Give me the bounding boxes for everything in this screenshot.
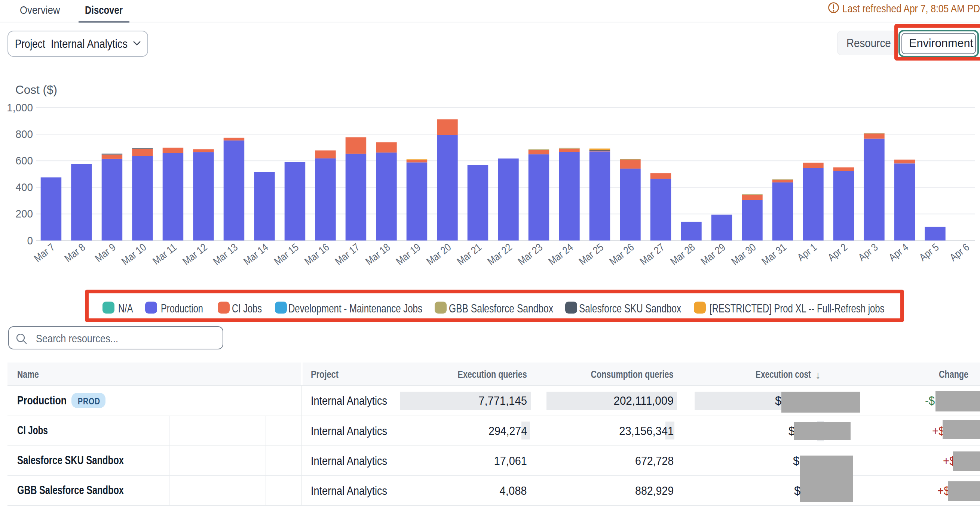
svg-text:Apr 3: Apr 3	[856, 241, 880, 263]
svg-text:Mar 11: Mar 11	[150, 241, 179, 267]
svg-text:Mar 22: Mar 22	[485, 241, 514, 268]
svg-text:Mar 24: Mar 24	[546, 241, 575, 268]
svg-text:Apr 2: Apr 2	[826, 241, 850, 263]
svg-text:600: 600	[15, 154, 33, 166]
svg-text:Mar 15: Mar 15	[272, 241, 301, 268]
svg-text:Mar 31: Mar 31	[759, 241, 789, 268]
svg-text:Mar 14: Mar 14	[241, 241, 270, 268]
svg-text:Mar 12: Mar 12	[180, 241, 210, 268]
svg-text:Mar 30: Mar 30	[729, 241, 758, 268]
svg-text:Mar 20: Mar 20	[424, 241, 453, 268]
svg-text:Apr 4: Apr 4	[886, 241, 911, 263]
svg-text:Mar 19: Mar 19	[393, 241, 423, 268]
svg-text:Mar 25: Mar 25	[576, 241, 606, 268]
svg-text:Mar 10: Mar 10	[119, 241, 148, 268]
svg-text:1,000: 1,000	[7, 101, 33, 114]
svg-text:Mar 18: Mar 18	[363, 241, 392, 268]
svg-text:Mar 13: Mar 13	[211, 241, 240, 268]
svg-text:Mar 7: Mar 7	[32, 241, 57, 265]
svg-text:Mar 23: Mar 23	[515, 241, 545, 268]
svg-text:Mar 8: Mar 8	[62, 241, 88, 265]
svg-text:Apr 6: Apr 6	[947, 241, 972, 263]
svg-text:Mar 17: Mar 17	[332, 241, 362, 268]
svg-text:Mar 16: Mar 16	[302, 241, 331, 268]
svg-text:Apr 1: Apr 1	[795, 241, 819, 263]
svg-text:Mar 26: Mar 26	[607, 241, 636, 268]
svg-text:400: 400	[15, 181, 33, 193]
svg-text:Mar 21: Mar 21	[455, 241, 484, 268]
svg-text:Apr 5: Apr 5	[917, 241, 941, 263]
svg-text:200: 200	[15, 208, 33, 220]
svg-text:Mar 27: Mar 27	[637, 241, 667, 268]
svg-text:Mar 28: Mar 28	[668, 241, 697, 268]
svg-text:0: 0	[27, 234, 33, 247]
svg-text:Mar 9: Mar 9	[93, 241, 118, 265]
svg-text:Mar 29: Mar 29	[698, 241, 727, 268]
svg-text:800: 800	[15, 128, 33, 140]
